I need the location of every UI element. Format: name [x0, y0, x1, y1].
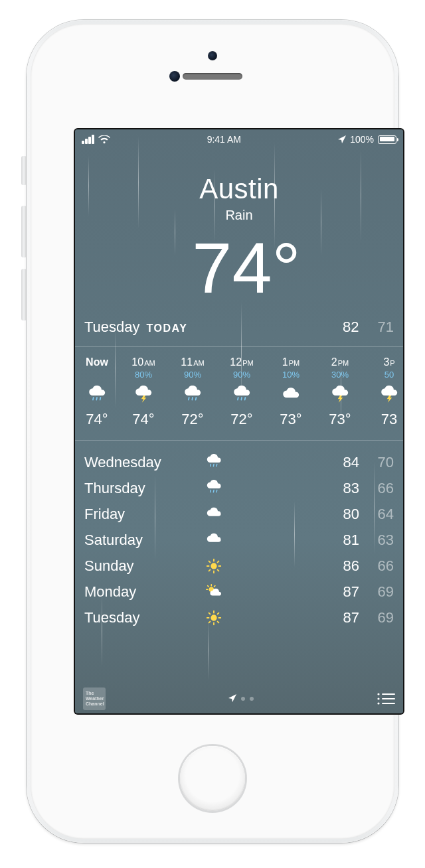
hour-temp: 72°	[230, 411, 252, 428]
location-arrow-icon	[338, 135, 346, 143]
hour-label: 11AM	[181, 356, 204, 368]
condition-label: Rain	[75, 208, 403, 223]
tstorm-icon	[330, 384, 350, 407]
current-conditions: Austin Rain 74°	[75, 149, 403, 304]
hourly-column: 2PM 30% 73°	[315, 356, 365, 428]
hour-label: 2PM	[331, 356, 349, 368]
current-temperature: 74°	[75, 232, 403, 304]
svg-point-0	[377, 693, 379, 695]
hour-label: 12PM	[230, 356, 253, 368]
daily-row: Monday 87 69	[84, 579, 394, 605]
day-high: 84	[325, 454, 359, 471]
day-high: 87	[325, 609, 359, 626]
cloud-icon	[197, 532, 230, 549]
tstorm-icon	[133, 384, 153, 407]
hourly-column: Now 74°	[75, 356, 119, 428]
day-low: 63	[359, 532, 394, 549]
wifi-icon	[98, 135, 110, 144]
day-name: Wednesday	[84, 454, 197, 471]
day-low: 70	[359, 454, 394, 471]
day-name: Monday	[84, 583, 197, 601]
daily-row: Tuesday 87 69	[84, 605, 394, 630]
day-name: Sunday	[84, 557, 197, 575]
rain-icon	[232, 384, 252, 407]
today-dayname: Tuesday	[84, 319, 140, 336]
mute-switch	[21, 156, 27, 185]
page-dot	[250, 697, 254, 701]
daily-row: Thursday 83 66	[84, 475, 394, 501]
rain-icon	[87, 384, 107, 407]
svg-rect-1	[382, 693, 395, 695]
screen: 9:41 AM 100% Austin Rain 74°	[75, 129, 403, 713]
day-high: 87	[325, 583, 359, 601]
svg-rect-5	[382, 703, 395, 704]
hourly-column: 12PM 90% 72°	[217, 356, 266, 428]
daily-row: Saturday 81 63	[84, 527, 394, 553]
day-high: 81	[325, 532, 359, 549]
home-button[interactable]	[180, 746, 245, 811]
locations-list-button[interactable]	[377, 691, 395, 706]
hour-temp: 73	[381, 411, 397, 428]
day-low: 69	[359, 609, 394, 626]
sun-icon	[197, 557, 230, 575]
front-camera	[208, 51, 217, 60]
hour-label: Now	[86, 356, 108, 368]
day-high: 80	[325, 506, 359, 523]
status-bar: 9:41 AM 100%	[75, 129, 403, 149]
precip-chance: 90%	[184, 370, 201, 380]
status-time: 9:41 AM	[207, 134, 241, 145]
day-high: 83	[325, 480, 359, 497]
sun-icon	[197, 609, 230, 626]
volume-down-button	[21, 269, 27, 321]
day-low: 66	[359, 557, 394, 575]
daily-row: Sunday 86 66	[84, 553, 394, 579]
rain-icon	[183, 384, 203, 407]
hour-label: 1PM	[282, 356, 299, 368]
today-low: 71	[378, 319, 394, 336]
hour-temp: 74°	[132, 411, 154, 428]
day-low: 66	[359, 480, 394, 497]
daily-forecast[interactable]: Wednesday 84 70 Thursday 83 66 Friday 80…	[75, 441, 403, 630]
location-pager[interactable]	[228, 693, 254, 705]
svg-rect-3	[382, 698, 395, 699]
earpiece-speaker	[183, 73, 242, 80]
day-low: 64	[359, 506, 394, 523]
page-dot	[241, 697, 245, 701]
hour-temp: 73°	[280, 411, 301, 428]
iphone-device: 9:41 AM 100% Austin Rain 74°	[0, 0, 425, 868]
svg-point-2	[377, 697, 379, 699]
hour-label: 10AM	[131, 356, 155, 368]
cloud-icon	[197, 506, 230, 523]
today-summary-row: Tuesday TODAY 82 71	[75, 304, 403, 346]
proximity-sensor	[169, 71, 180, 82]
hour-label: 3P	[383, 356, 394, 368]
daily-row: Wednesday 84 70	[84, 449, 394, 475]
footer-bar: The Weather Channel	[75, 684, 403, 713]
hourly-forecast[interactable]: Now 74° 10AM 80% 74° 11AM 90% 72° 12PM 9…	[75, 347, 403, 441]
day-low: 69	[359, 583, 394, 601]
precip-chance: 10%	[282, 370, 299, 380]
battery-icon	[378, 135, 396, 144]
svg-point-4	[377, 702, 379, 704]
hour-temp: 72°	[181, 411, 203, 428]
rain-icon	[197, 454, 230, 471]
today-high: 82	[343, 319, 359, 336]
precip-chance: 30%	[331, 370, 349, 380]
precip-chance: 80%	[135, 370, 152, 380]
hourly-column: 3P 50 73	[365, 356, 403, 428]
weather-channel-logo[interactable]: The Weather Channel	[83, 687, 106, 710]
cellular-signal-icon	[82, 135, 94, 144]
suncloud-icon	[197, 583, 230, 601]
daily-row: Friday 80 64	[84, 501, 394, 527]
hour-temp: 73°	[329, 411, 351, 428]
device-frame: 9:41 AM 100% Austin Rain 74°	[27, 20, 398, 843]
day-high: 86	[325, 557, 359, 575]
hourly-column: 11AM 90% 72°	[168, 356, 217, 428]
today-label: TODAY	[147, 323, 188, 334]
cloud-icon	[281, 384, 301, 407]
day-name: Tuesday	[84, 609, 197, 626]
tstorm-icon	[379, 384, 399, 407]
hourly-column: 10AM 80% 74°	[119, 356, 168, 428]
day-name: Saturday	[84, 532, 197, 549]
rain-icon	[197, 480, 230, 497]
